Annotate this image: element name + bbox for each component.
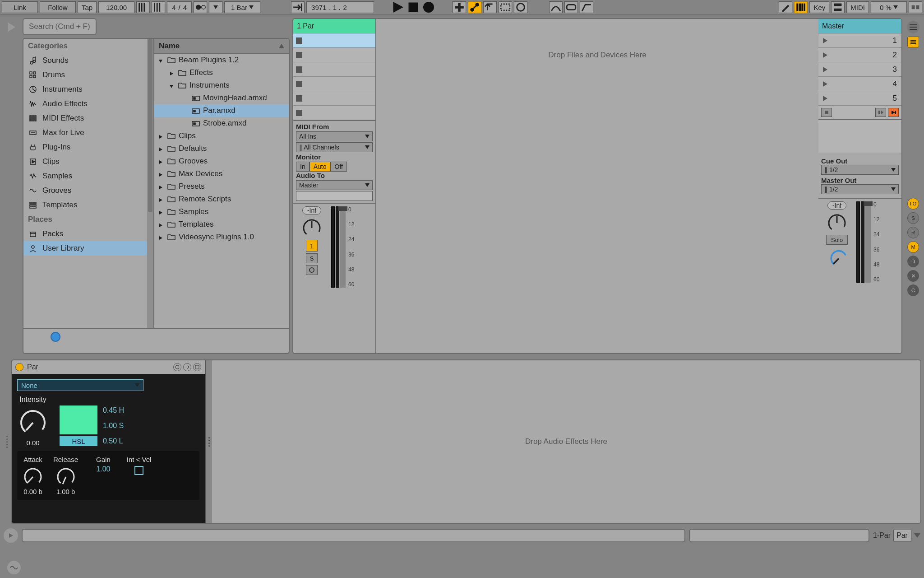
rail-lines-button[interactable]: [907, 36, 919, 48]
cat-instruments[interactable]: Instruments: [23, 82, 153, 97]
clip-slot-4[interactable]: [293, 77, 375, 91]
device-hotswap-icon[interactable]: [183, 363, 191, 371]
link-button[interactable]: Link: [2, 1, 38, 13]
gain-value[interactable]: 1.00: [96, 465, 110, 473]
device-save-icon[interactable]: [193, 363, 201, 371]
device-title-bar[interactable]: Par: [12, 360, 205, 374]
tree-root[interactable]: Beam Plugins 1.2: [154, 54, 289, 66]
hsl-button[interactable]: HSL: [60, 436, 97, 446]
intensity-value[interactable]: 0.00: [26, 439, 39, 447]
master-out-dropdown[interactable]: ∥ 1/2: [821, 184, 899, 194]
cat-plugins[interactable]: Plug-Ins: [23, 140, 153, 154]
scene-5[interactable]: 5: [818, 91, 901, 106]
cue-out-dropdown[interactable]: ∥ 1/2: [821, 165, 899, 175]
back-to-arrangement-icon[interactable]: [875, 108, 886, 117]
monitor-auto[interactable]: Auto: [310, 162, 331, 172]
tap-button[interactable]: Tap: [78, 1, 97, 13]
song-position[interactable]: 3971 .1 .2: [306, 1, 374, 13]
tree-videosync[interactable]: Videosync Plugins 1.0: [154, 231, 289, 243]
sat-value[interactable]: 1.00 S: [103, 422, 124, 430]
volume-value[interactable]: -Inf: [302, 206, 321, 214]
stop-all-button[interactable]: [821, 108, 832, 117]
clip-slot-3[interactable]: [293, 62, 375, 77]
clip-slot-6[interactable]: [293, 106, 375, 120]
drop-zone[interactable]: Drop Files and Devices Here: [376, 19, 818, 353]
attack-knob[interactable]: [22, 464, 44, 487]
hue-value[interactable]: 0.45 H: [103, 406, 124, 415]
intvel-checkbox[interactable]: [134, 466, 143, 475]
tree-samples[interactable]: Samples: [154, 205, 289, 218]
intensity-knob[interactable]: [17, 406, 49, 437]
browser-collapse-icon[interactable]: [3, 18, 21, 35]
preview-play-icon[interactable]: [51, 332, 60, 342]
tree-instruments[interactable]: Instruments: [154, 79, 289, 92]
audio-to-dropdown[interactable]: Master: [296, 180, 373, 190]
place-packs[interactable]: Packs: [23, 227, 153, 241]
rail-io-button[interactable]: I·O: [907, 198, 919, 210]
midi-channel-dropdown[interactable]: ∥ All Channels: [296, 142, 373, 152]
cat-drums[interactable]: Drums: [23, 68, 153, 82]
fx-drop-zone[interactable]: Drop Audio Effects Here: [212, 360, 920, 523]
cat-sounds[interactable]: Sounds: [23, 53, 153, 68]
key-map-button[interactable]: Key: [809, 1, 829, 13]
place-user-library[interactable]: User Library: [23, 241, 153, 256]
track-header[interactable]: 1 Par: [293, 19, 375, 33]
key-map-menu-icon[interactable]: [831, 1, 845, 13]
punch-in-icon[interactable]: [291, 1, 305, 13]
track-activator[interactable]: 1: [306, 240, 318, 252]
chevron-down-icon[interactable]: [914, 533, 920, 538]
color-swatch[interactable]: [60, 406, 97, 434]
rail-m-button[interactable]: M: [907, 241, 919, 253]
reattach-icon[interactable]: [483, 1, 497, 13]
clip-slot-1[interactable]: [293, 33, 375, 48]
device-preset-dropdown[interactable]: None: [17, 379, 143, 391]
metronome-menu[interactable]: [209, 1, 222, 13]
tempo-field[interactable]: 120.00: [98, 1, 134, 13]
browser-scrollbar[interactable]: [147, 39, 153, 328]
cat-midi-effects[interactable]: MIDI Effects: [23, 111, 153, 126]
device-resize-handle[interactable]: [205, 360, 212, 523]
release-knob[interactable]: [55, 464, 77, 487]
metronome-b-icon[interactable]: [152, 1, 165, 13]
play-button[interactable]: [391, 1, 405, 13]
record-button[interactable]: [422, 1, 435, 13]
session-record-icon[interactable]: [514, 1, 527, 13]
master-volume-value[interactable]: -Inf: [827, 201, 846, 210]
audio-to-channel[interactable]: [296, 191, 373, 201]
attack-value[interactable]: 0.00 b: [23, 488, 42, 495]
automation-arm-button[interactable]: [468, 1, 481, 13]
metronome-toggle[interactable]: [194, 1, 207, 13]
scene-launch-icon[interactable]: [888, 108, 899, 117]
clip-slot-2[interactable]: [293, 48, 375, 62]
name-column-header[interactable]: Name: [154, 39, 289, 54]
monitor-off[interactable]: Off: [331, 162, 347, 172]
release-value[interactable]: 1.00 b: [56, 488, 75, 495]
master-solo-button[interactable]: Solo: [826, 235, 848, 245]
pencil-icon[interactable]: [779, 1, 792, 13]
time-signature[interactable]: 4/4: [167, 1, 192, 13]
solo-button[interactable]: S: [306, 253, 318, 263]
cat-samples[interactable]: Samples: [23, 169, 153, 183]
capture-icon[interactable]: [499, 1, 512, 13]
rail-s-button[interactable]: S: [907, 212, 919, 224]
rail-c-button[interactable]: C: [907, 284, 919, 296]
tree-templates[interactable]: Templates: [154, 218, 289, 231]
rail-r-button[interactable]: R: [907, 227, 919, 238]
monitor-in[interactable]: In: [296, 162, 310, 172]
tree-par[interactable]: Par.amxd: [154, 104, 289, 117]
tree-remotescripts[interactable]: Remote Scripts: [154, 193, 289, 205]
computer-keyboard-icon[interactable]: [794, 1, 808, 13]
scene-3[interactable]: 3: [818, 62, 901, 77]
metronome-a-icon[interactable]: [136, 1, 150, 13]
tree-defaults[interactable]: Defaults: [154, 142, 289, 155]
scene-1[interactable]: 1: [818, 33, 901, 48]
device-on-icon[interactable]: [15, 363, 23, 371]
search-input[interactable]: Search (Cmd + F): [23, 18, 97, 35]
tree-movinghead[interactable]: MovingHead.amxd: [154, 92, 289, 104]
midi-map-button[interactable]: MIDI: [846, 1, 869, 13]
master-fader[interactable]: [865, 201, 871, 283]
master-header[interactable]: Master: [818, 19, 901, 33]
follow-button[interactable]: Follow: [40, 1, 76, 13]
lum-value[interactable]: 0.50 L: [103, 437, 124, 445]
pan-knob[interactable]: [301, 216, 323, 238]
